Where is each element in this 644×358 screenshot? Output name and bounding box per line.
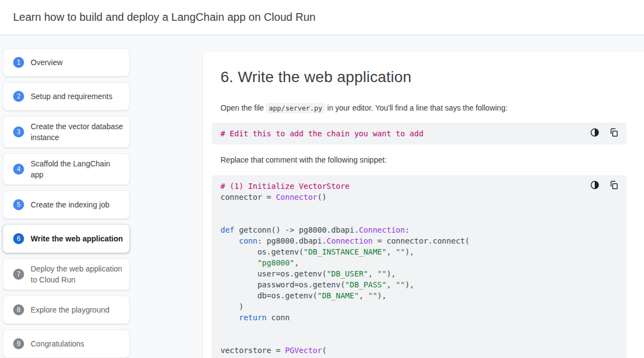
copy-icon[interactable]	[609, 180, 619, 190]
sidebar-item-overview[interactable]: 1 Overview	[3, 48, 130, 77]
sidebar-item-label: Create the indexing job	[31, 199, 109, 210]
sidebar-item-label: Overview	[31, 57, 62, 68]
step-number-badge: 6	[13, 233, 24, 244]
theme-toggle-icon[interactable]	[590, 180, 600, 190]
sidebar-item-label: Create the vector database instance	[31, 121, 124, 143]
step-number-badge: 4	[13, 164, 24, 175]
steps-sidebar: 1 Overview 2 Setup and requirements 3 Cr…	[3, 48, 130, 358]
step-number-badge: 3	[13, 126, 24, 137]
code-block-snippet: # (1) Initialize VectorStoreconnector = …	[212, 175, 626, 358]
intro-text-post: in your editor. You'll find a line that …	[325, 103, 507, 112]
sidebar-item-write-web-application[interactable]: 6 Write the web application	[3, 224, 130, 253]
code-content-comment: # Edit this to add the chain you want to…	[221, 128, 618, 139]
code-content-snippet: # (1) Initialize VectorStoreconnector = …	[221, 181, 618, 358]
sidebar-item-label: Scaffold the LangChain app	[31, 158, 124, 180]
step-number-badge: 5	[13, 199, 24, 210]
sidebar-item-indexing-job[interactable]: 5 Create the indexing job	[3, 190, 130, 219]
sidebar-item-label: Explore the playground	[31, 304, 109, 315]
sidebar-item-setup[interactable]: 2 Setup and requirements	[3, 82, 130, 111]
sidebar-item-congratulations[interactable]: 9 Congratulations	[3, 330, 130, 358]
code-block-comment: # Edit this to add the chain you want to…	[212, 123, 626, 145]
sidebar-item-vector-database[interactable]: 3 Create the vector database instance	[3, 116, 130, 148]
step-heading: 6. Write the web application	[221, 68, 618, 86]
step-number-badge: 1	[13, 57, 24, 68]
intro-paragraph: Open the file app/server.py in your edit…	[221, 102, 618, 114]
sidebar-item-label: Setup and requirements	[31, 91, 112, 102]
code-block-actions	[590, 128, 619, 137]
sidebar-item-label: Write the web application	[31, 233, 123, 244]
step-content-card: 6. Write the web application Open the fi…	[203, 52, 644, 358]
page-title: Learn how to build and deploy a LangChai…	[13, 11, 316, 24]
step-number-badge: 8	[13, 304, 24, 315]
replace-paragraph: Replace that comment with the following …	[221, 154, 618, 165]
inline-code-filename: app/server.py	[266, 103, 325, 113]
intro-text-pre: Open the file	[221, 103, 266, 112]
header: Learn how to build and deploy a LangChai…	[0, 0, 644, 35]
sidebar-item-label: Congratulations	[31, 338, 84, 349]
step-number-badge: 9	[13, 338, 24, 349]
sidebar-item-scaffold[interactable]: 4 Scaffold the LangChain app	[3, 153, 130, 185]
sidebar-item-deploy[interactable]: 7 Deploy the web application to Cloud Ru…	[3, 258, 130, 290]
theme-toggle-icon[interactable]	[590, 128, 600, 137]
step-number-badge: 7	[13, 269, 24, 280]
copy-icon[interactable]	[609, 128, 619, 137]
code-block-actions	[590, 180, 619, 190]
sidebar-item-label: Deploy the web application to Cloud Run	[31, 263, 124, 285]
sidebar-item-playground[interactable]: 8 Explore the playground	[3, 296, 130, 324]
step-number-badge: 2	[13, 91, 24, 102]
